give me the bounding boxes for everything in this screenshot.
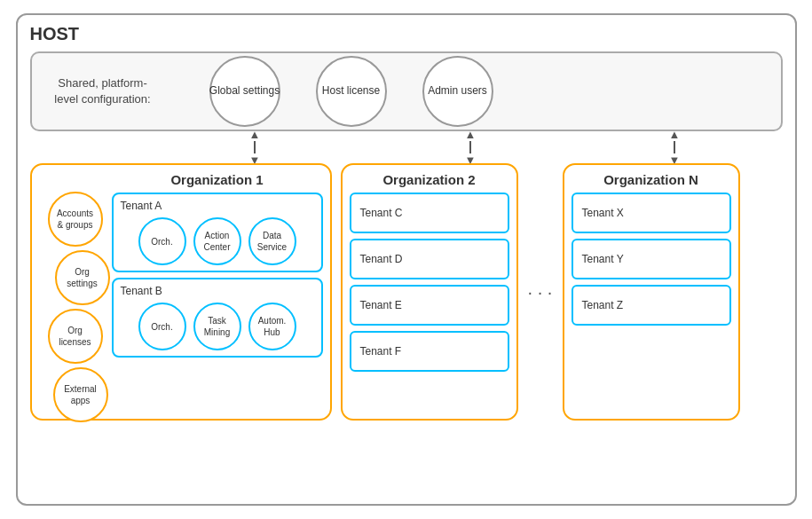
- shared-config-row: Shared, platform-level configuration: Gl…: [30, 51, 783, 131]
- accounts-groups-circle: Accounts& groups: [48, 192, 103, 247]
- orgs-row: Organization 1 Accounts& groups Orgsetti…: [30, 163, 783, 421]
- tenant-d-box: Tenant D: [350, 239, 509, 279]
- ellipsis: · · ·: [527, 163, 554, 421]
- org1-sidebar: Accounts& groups Orgsettings Orglicenses…: [37, 192, 110, 422]
- tenant-a-box: Tenant A Orch. ActionCenter DataService: [112, 193, 323, 272]
- org2-title: Organization 2: [350, 172, 509, 187]
- orgN-box: Organization N Tenant X Tenant Y Tenant …: [563, 163, 740, 421]
- org2-box: Organization 2 Tenant C Tenant D Tenant …: [341, 163, 518, 421]
- org1-title: Organization 1: [112, 172, 323, 187]
- autom-hub-b-circle: Autom.Hub: [248, 303, 296, 350]
- data-service-a-circle: DataService: [248, 217, 296, 265]
- tenant-y-box: Tenant Y: [572, 239, 731, 279]
- tenant-a-circles: Orch. ActionCenter DataService: [121, 217, 314, 265]
- diagram-container: HOST Shared, platform-level configuratio…: [16, 13, 797, 506]
- host-license-circle: Host license: [316, 56, 387, 127]
- tenant-x-box: Tenant X: [572, 193, 731, 233]
- tenant-f-box: Tenant F: [350, 331, 509, 372]
- orch-b-circle: Orch.: [138, 303, 186, 350]
- orch-a-circle: Orch.: [138, 217, 186, 265]
- tenant-b-box: Tenant B Orch. TaskMining Autom.Hub: [112, 278, 323, 358]
- org-settings-circle: Orgsettings: [55, 250, 110, 305]
- shared-circles: Global settings Host license Admin users: [209, 56, 493, 127]
- admin-users-circle: Admin users: [422, 56, 493, 127]
- tenant-c-box: Tenant C: [350, 193, 509, 233]
- org-licenses-circle: Orglicenses: [48, 309, 103, 364]
- arrow-2: ▲ ▼: [465, 128, 477, 167]
- tenant-b-circles: Orch. TaskMining Autom.Hub: [121, 303, 314, 350]
- org1-box: Organization 1 Accounts& groups Orgsetti…: [30, 163, 332, 421]
- orgN-title: Organization N: [572, 172, 731, 187]
- arrows-section: ▲ ▼ ▲ ▼ ▲ ▼: [30, 131, 783, 163]
- external-apps-circle: Externalapps: [53, 367, 108, 422]
- shared-config-label: Shared, platform-level configuration:: [50, 75, 156, 107]
- arrow-1: ▲ ▼: [249, 128, 261, 167]
- tenant-a-title: Tenant A: [121, 200, 314, 212]
- action-center-a-circle: ActionCenter: [193, 217, 241, 265]
- arrow-3: ▲ ▼: [669, 128, 681, 167]
- host-label: HOST: [30, 24, 783, 44]
- task-mining-b-circle: TaskMining: [193, 303, 241, 350]
- tenant-b-title: Tenant B: [121, 285, 314, 297]
- tenant-z-box: Tenant Z: [572, 285, 731, 326]
- tenant-e-box: Tenant E: [350, 285, 509, 326]
- global-settings-circle: Global settings: [209, 56, 280, 127]
